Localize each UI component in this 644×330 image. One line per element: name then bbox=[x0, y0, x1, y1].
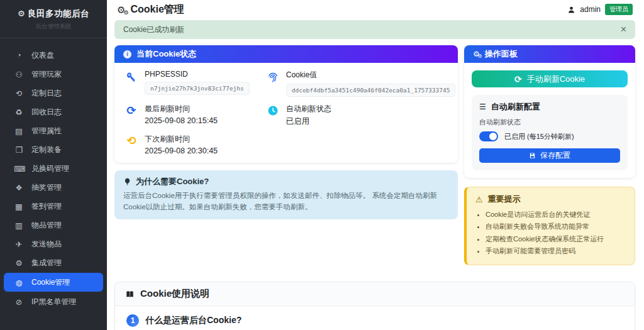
calendar-check-icon: ▦ bbox=[14, 202, 24, 211]
role-badge: 管理员 bbox=[605, 4, 633, 15]
guide-step-1: 1 什么是运营后台Cookie? bbox=[126, 314, 623, 327]
next-refresh-value: 2025-09-08 20:30:45 bbox=[145, 146, 218, 155]
success-alert-text: Cookie已成功刷新 bbox=[123, 25, 184, 35]
step-number: 1 bbox=[126, 314, 139, 327]
cogs-icon: ⚙⚙ bbox=[117, 5, 125, 14]
auto-status-value: 已启用 bbox=[286, 116, 331, 127]
cookie-icon: ◍ bbox=[14, 278, 24, 287]
step-title: 什么是运营后台Cookie? bbox=[145, 315, 242, 326]
config-title: 自动刷新配置 bbox=[491, 101, 540, 113]
auto-refresh-config: ☰ 自动刷新配置 自动刷新状态 已启用 (每15分钟刷新) bbox=[472, 95, 628, 170]
sidebar-item-integration[interactable]: ⚙ 集成管理 bbox=[0, 253, 107, 272]
lightbulb-icon bbox=[123, 177, 131, 186]
last-refresh-value: 2025-09-08 20:15:45 bbox=[145, 116, 218, 125]
sidebar-item-label: IP黑名单管理 bbox=[31, 297, 76, 307]
phpsessid-cell: PHPSESSID n7jnjie27h7k3jnv83ci77ejhs bbox=[125, 70, 250, 97]
user-menu[interactable]: admin 管理员 bbox=[567, 4, 633, 15]
sidebar-item-cookie[interactable]: ◍ Cookie管理 bbox=[4, 273, 103, 292]
brand-subtitle: 后台管理系统 bbox=[5, 23, 102, 31]
boxes-icon: ▥ bbox=[14, 221, 24, 230]
auto-refresh-status-label: 自动刷新状态 bbox=[479, 118, 620, 127]
app-window: ⚙良田多功能后台 后台管理系统 ◔ 仪表盘 ⚇ 管理玩家 ⟲ 定制日志 ♻ 回收… bbox=[0, 0, 644, 330]
cookie-status-card-title: 当前Cookie状态 bbox=[136, 48, 196, 60]
briefcase-icon: ❒ bbox=[14, 145, 24, 155]
topbar: ⚙⚙ Cookie管理 admin 管理员 bbox=[107, 0, 644, 16]
cookie-value[interactable]: ddcebf4dbf5a3451c490a46f042eca0a1_175733… bbox=[286, 84, 456, 97]
close-icon[interactable]: × bbox=[621, 25, 626, 35]
tip-item: 定期检查Cookie状态确保系统正常运行 bbox=[486, 233, 626, 245]
sidebar-item-label: 管理属性 bbox=[31, 126, 62, 136]
auto-refresh-toggle[interactable] bbox=[479, 131, 498, 141]
save-icon bbox=[529, 152, 536, 159]
cookie-guide-card: Cookie使用说明 1 什么是运营后台Cookie? 运营后台Cookie是用… bbox=[114, 282, 635, 330]
tips-list: Cookie是访问运营后台的关键凭证 自动刷新失败会导致系统功能异常 定期检查C… bbox=[486, 209, 626, 257]
important-tips-card: ⚠ 重要提示 Cookie是访问运营后台的关键凭证 自动刷新失败会导致系统功能异… bbox=[464, 187, 635, 265]
cookie-status-card-header: i 当前Cookie状态 bbox=[114, 45, 458, 63]
dashboard-icon: ◔ bbox=[14, 51, 24, 60]
sidebar-item-label: 回收日志 bbox=[31, 107, 62, 118]
sidebar-item-label: 兑换码管理 bbox=[31, 163, 69, 174]
tips-title-row: ⚠ 重要提示 bbox=[475, 194, 626, 205]
sidebar-item-send-items[interactable]: ✈ 发送物品 bbox=[0, 234, 107, 253]
ban-icon: ⊘ bbox=[14, 297, 24, 307]
sidebar-item-recycle-log[interactable]: ♻ 回收日志 bbox=[0, 102, 107, 121]
sidebar-nav: ◔ 仪表盘 ⚇ 管理玩家 ⟲ 定制日志 ♻ 回收日志 ▤ 管理属性 ❒ 定制装备 bbox=[0, 38, 107, 311]
sidebar: ⚙良田多功能后台 后台管理系统 ◔ 仪表盘 ⚇ 管理玩家 ⟲ 定制日志 ♻ 回收… bbox=[0, 0, 107, 330]
page-title: ⚙⚙ Cookie管理 bbox=[117, 3, 184, 16]
sidebar-item-players[interactable]: ⚇ 管理玩家 bbox=[0, 65, 107, 84]
paper-plane-icon: ✈ bbox=[14, 239, 24, 249]
users-icon: ⚇ bbox=[14, 70, 24, 79]
sidebar-item-label: 定制装备 bbox=[31, 145, 62, 155]
sidebar-item-checkin[interactable]: ▦ 签到管理 bbox=[0, 197, 107, 216]
last-refresh-label: 最后刷新时间 bbox=[145, 104, 218, 114]
sidebar-item-items[interactable]: ▥ 物品管理 bbox=[0, 216, 107, 234]
sidebar-item-lottery[interactable]: ❖ 抽奖管理 bbox=[0, 178, 107, 197]
id-card-icon: ▤ bbox=[14, 126, 24, 136]
save-config-button[interactable]: 保存配置 bbox=[479, 148, 620, 163]
key-icon bbox=[125, 70, 138, 83]
toggle-label: 已启用 (每15分钟刷新) bbox=[504, 132, 574, 141]
warning-icon: ⚠ bbox=[475, 195, 483, 204]
cogs-icon: ⚙⚙ bbox=[473, 50, 480, 58]
success-alert: Cookie已成功刷新 × bbox=[114, 20, 635, 39]
recycle-icon: ♻ bbox=[14, 107, 24, 117]
sidebar-item-redeem-code[interactable]: ⌨ 兑换码管理 bbox=[0, 159, 107, 178]
next-refresh-label: 下次刷新时间 bbox=[145, 134, 218, 145]
sidebar-item-label: 发送物品 bbox=[31, 239, 62, 250]
next-refresh-cell: ⟲ 下次刷新时间 2025-09-08 20:30:45 bbox=[125, 134, 250, 155]
sidebar-item-dashboard[interactable]: ◔ 仪表盘 bbox=[0, 46, 107, 65]
user-icon bbox=[567, 6, 575, 14]
why-cookie-title: 为什么需要Cookie? bbox=[136, 176, 209, 187]
sidebar-item-custom-log[interactable]: ⟲ 定制日志 bbox=[0, 84, 107, 102]
why-cookie-title-row: 为什么需要Cookie? bbox=[123, 176, 449, 187]
guide-body: 1 什么是运营后台Cookie? 运营后台Cookie是用于访问游戏管理后台的身… bbox=[115, 306, 635, 330]
sidebar-item-custom-equip[interactable]: ❒ 定制装备 bbox=[0, 140, 107, 159]
brand-title: ⚙良田多功能后台 bbox=[5, 8, 102, 19]
tip-item: 手动刷新可能需要管理员密码 bbox=[486, 245, 626, 257]
guide-header: Cookie使用说明 bbox=[115, 282, 635, 306]
sidebar-item-ip-blacklist[interactable]: ⊘ IP黑名单管理 bbox=[0, 292, 107, 311]
cogs-icon: ⚙ bbox=[14, 258, 24, 268]
sidebar-item-attributes[interactable]: ▤ 管理属性 bbox=[0, 121, 107, 140]
why-cookie-body: 运营后台Cookie用于执行需要管理员权限的操作，如发送邮件、扣除物品等。 系统… bbox=[123, 190, 449, 213]
keyboard-icon: ⌨ bbox=[14, 164, 24, 173]
manual-refresh-button[interactable]: ⟳ 手动刷新Cookie bbox=[472, 70, 628, 87]
phpsessid-label: PHPSESSID bbox=[145, 70, 250, 79]
phpsessid-value[interactable]: n7jnjie27h7k3jnv83ci77ejhs bbox=[145, 82, 250, 95]
tip-item: Cookie是访问运营后台的关键凭证 bbox=[486, 209, 626, 221]
last-refresh-cell: ⟳ 最后刷新时间 2025-09-08 20:15:45 bbox=[125, 104, 250, 127]
sidebar-item-label: 集成管理 bbox=[31, 258, 62, 268]
cookie-status-card-body: PHPSESSID n7jnjie27h7k3jnv83ci77ejhs Coo… bbox=[114, 63, 458, 163]
why-cookie-alert: 为什么需要Cookie? 运营后台Cookie用于执行需要管理员权限的操作，如发… bbox=[114, 170, 458, 219]
action-panel-title: 操作面板 bbox=[485, 48, 518, 60]
tips-title: 重要提示 bbox=[488, 194, 521, 205]
cookie-value-cell: Cookie值 ddcebf4dbf5a3451c490a46f042eca0a… bbox=[266, 70, 456, 97]
action-panel-header: ⚙⚙ 操作面板 bbox=[464, 45, 635, 63]
guide-title: Cookie使用说明 bbox=[140, 288, 209, 300]
config-title-row: ☰ 自动刷新配置 bbox=[479, 101, 620, 113]
cookie-value-label: Cookie值 bbox=[286, 70, 456, 80]
brand: ⚙良田多功能后台 后台管理系统 bbox=[0, 0, 107, 38]
sidebar-item-label: 仪表盘 bbox=[31, 50, 54, 61]
main-area: ⚙⚙ Cookie管理 admin 管理员 Cookie已成功刷新 × bbox=[107, 0, 644, 330]
tip-item: 自动刷新失败会导致系统功能异常 bbox=[486, 221, 626, 233]
